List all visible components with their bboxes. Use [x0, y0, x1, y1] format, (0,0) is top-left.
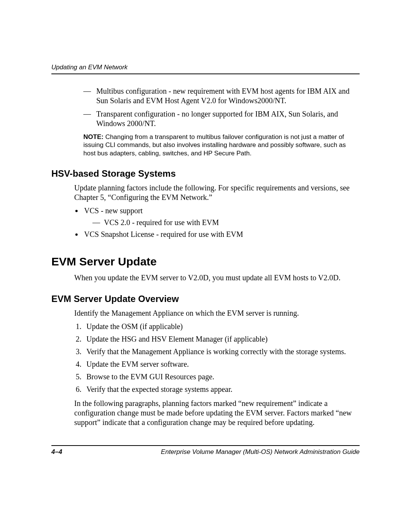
bullet-text: VCS Snapshot License - required for use …	[84, 230, 243, 238]
nested-dash-list: VCS 2.0 - required for use with EVM	[84, 218, 360, 227]
hsv-intro: Update planning factors include the foll…	[51, 183, 360, 202]
footer-page-number: 4–4	[51, 448, 62, 456]
overview-closing: In the following paragraphs, planning fa…	[51, 399, 360, 427]
list-item: Update the EVM server software.	[83, 359, 360, 369]
page-footer: 4–4 Enterprise Volume Manager (Multi-OS)…	[51, 445, 360, 456]
heading-hsv: HSV-based Storage Systems	[51, 168, 360, 179]
note-text: Changing from a transparent to multibus …	[83, 133, 346, 157]
list-item: Browse to the EVM GUI Resources page.	[83, 372, 360, 382]
page-content: Multibus configuration - new requirement…	[51, 74, 360, 427]
note-block: NOTE: Changing from a transparent to mul…	[51, 133, 360, 157]
list-item: Verify that the Management Appliance is …	[83, 347, 360, 356]
heading-evm-server-update: EVM Server Update	[51, 254, 360, 269]
list-item: VCS Snapshot License - required for use …	[83, 230, 360, 239]
list-item: Multibus configuration - new requirement…	[83, 86, 360, 105]
bullet-text: VCS - new support	[84, 206, 143, 215]
footer-doc-title: Enterprise Volume Manager (Multi-OS) Net…	[161, 448, 360, 456]
list-item: Verify that the expected storage systems…	[83, 385, 360, 394]
list-item: Update the OSM (if applicable)	[83, 322, 360, 331]
footer-row: 4–4 Enterprise Volume Manager (Multi-OS)…	[51, 448, 360, 456]
list-item: Transparent configuration - no longer su…	[83, 109, 360, 128]
list-item: VCS 2.0 - required for use with EVM	[92, 218, 360, 227]
page: Updating an EVM Network Multibus configu…	[0, 0, 411, 532]
overview-intro: Identify the Management Appliance on whi…	[51, 308, 360, 318]
update-intro: When you update the EVM server to V2.0D,…	[51, 273, 360, 283]
hsv-bullet-list: VCS - new support VCS 2.0 - required for…	[51, 206, 360, 239]
list-item: VCS - new support VCS 2.0 - required for…	[83, 206, 360, 227]
heading-overview: EVM Server Update Overview	[51, 293, 360, 305]
footer-rule	[51, 445, 360, 446]
list-item: Update the HSG and HSV Element Manager (…	[83, 334, 360, 344]
intro-dash-list: Multibus configuration - new requirement…	[51, 86, 360, 128]
running-head: Updating an EVM Network	[51, 64, 360, 71]
overview-step-list: Update the OSM (if applicable) Update th…	[51, 322, 360, 394]
note-label: NOTE:	[83, 133, 104, 141]
